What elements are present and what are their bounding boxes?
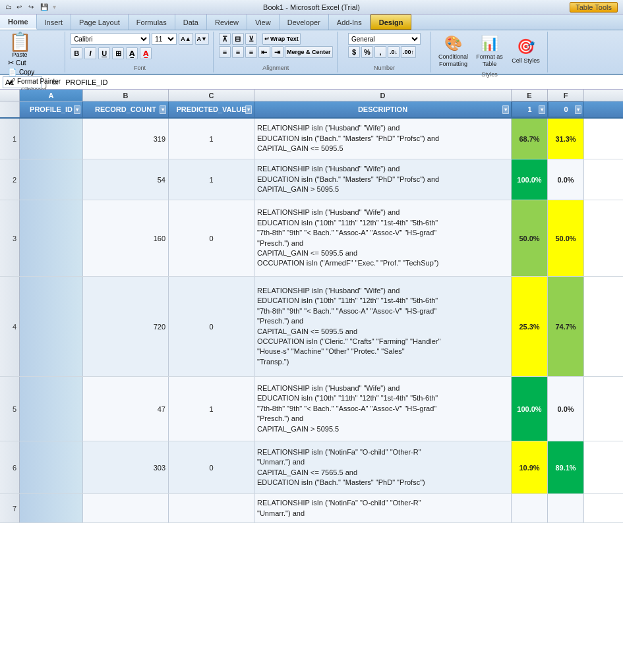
- number-format-select[interactable]: General: [348, 33, 421, 45]
- e-filter-icon[interactable]: ▾: [539, 105, 545, 114]
- tab-insert[interactable]: Insert: [37, 14, 72, 30]
- wrap-text-button[interactable]: ↵ Wrap Text: [262, 33, 301, 45]
- tab-data[interactable]: Data: [175, 14, 207, 30]
- predicted-value-cell[interactable]: 1: [169, 159, 254, 200]
- align-middle-button[interactable]: ⊟: [232, 33, 244, 45]
- conditional-formatting-button[interactable]: 🎨 Conditional Formatting: [436, 33, 471, 70]
- tab-review[interactable]: Review: [207, 14, 247, 30]
- paste-button[interactable]: 📋 Paste: [7, 33, 33, 58]
- undo-button[interactable]: ↩: [15, 3, 24, 11]
- decrease-decimal-button[interactable]: .0↓: [388, 46, 400, 58]
- f-value-cell[interactable]: 50.0%: [548, 200, 584, 276]
- merge-center-button[interactable]: Merge & Center: [285, 46, 333, 58]
- decrease-font-button[interactable]: A▼: [195, 33, 209, 45]
- description-cell[interactable]: RELATIONSHIP isIn ("Husband" "Wife") and…: [254, 159, 512, 200]
- f-filter-icon[interactable]: ▾: [575, 105, 581, 114]
- tab-home[interactable]: Home: [0, 14, 37, 30]
- record-count-cell[interactable]: 160: [83, 200, 169, 276]
- increase-decimal-button[interactable]: .00↑: [401, 46, 416, 58]
- predicted-value-cell[interactable]: 1: [169, 377, 254, 441]
- record-count-cell[interactable]: 47: [83, 377, 169, 441]
- increase-indent-button[interactable]: ⇥: [272, 46, 283, 58]
- col-header-b[interactable]: B: [83, 90, 169, 101]
- header-cell-record-count[interactable]: RECORD_COUNT ▾: [83, 101, 169, 117]
- record-count-cell[interactable]: 303: [83, 441, 169, 493]
- predicted-value-cell[interactable]: 0: [169, 277, 254, 376]
- e-value-cell[interactable]: 50.0%: [512, 200, 548, 276]
- format-painter-button[interactable]: 🖌 Format Painter: [8, 77, 61, 85]
- predicted-value-cell[interactable]: 1: [169, 119, 254, 159]
- col-header-c[interactable]: C: [169, 90, 254, 101]
- description-cell[interactable]: RELATIONSHIP isIn ("Husband" "Wife") and…: [254, 377, 512, 441]
- underline-button[interactable]: U: [98, 47, 110, 59]
- tab-developer[interactable]: Developer: [280, 14, 329, 30]
- tab-view[interactable]: View: [247, 14, 280, 30]
- profile-id-cell[interactable]: [20, 277, 83, 376]
- e-value-cell[interactable]: 100.0%: [512, 159, 548, 200]
- tab-formulas[interactable]: Formulas: [129, 14, 175, 30]
- predicted-value-cell[interactable]: [169, 494, 254, 522]
- header-cell-predicted-value[interactable]: PREDICTED_VALUE ▾: [169, 101, 254, 117]
- bold-button[interactable]: B: [71, 47, 82, 59]
- header-cell-e[interactable]: 1 ▾: [512, 101, 548, 117]
- description-cell[interactable]: RELATIONSHIP isIn ("NotinFa" "O-child" "…: [254, 441, 512, 493]
- decrease-indent-button[interactable]: ⇤: [258, 46, 270, 58]
- copy-button[interactable]: 📄 Copy: [8, 68, 61, 76]
- align-left-button[interactable]: ≡: [219, 46, 231, 58]
- description-cell[interactable]: RELATIONSHIP isIn ("Husband" "Wife") and…: [254, 277, 512, 376]
- profile-id-cell[interactable]: [20, 159, 83, 200]
- f-value-cell[interactable]: 0.0%: [548, 159, 584, 200]
- font-color-button[interactable]: A̲: [140, 47, 152, 59]
- italic-button[interactable]: I: [84, 47, 96, 59]
- e-value-cell[interactable]: [512, 494, 548, 522]
- profile-id-cell[interactable]: [20, 441, 83, 493]
- description-cell[interactable]: RELATIONSHIP isIn ("Husband" "Wife") and…: [254, 119, 512, 159]
- increase-font-button[interactable]: A▲: [179, 33, 193, 45]
- record-count-cell[interactable]: 720: [83, 277, 169, 376]
- predicted-value-cell[interactable]: 0: [169, 441, 254, 493]
- profile-id-cell[interactable]: [20, 200, 83, 276]
- description-cell[interactable]: RELATIONSHIP isIn ("NotinFa" "O-child" "…: [254, 494, 512, 522]
- align-top-button[interactable]: ⊼: [219, 33, 231, 45]
- percent-button[interactable]: %: [361, 46, 373, 58]
- header-cell-profile-id[interactable]: PROFILE_ID ▾: [20, 101, 83, 117]
- save-button[interactable]: 💾: [38, 3, 50, 11]
- record-count-cell[interactable]: 319: [83, 119, 169, 159]
- predicted-value-cell[interactable]: 0: [169, 200, 254, 276]
- e-value-cell[interactable]: 10.9%: [512, 441, 548, 493]
- col-header-f[interactable]: F: [548, 90, 584, 101]
- predicted-value-filter-icon[interactable]: ▾: [245, 105, 252, 114]
- col-header-d[interactable]: D: [254, 90, 512, 101]
- col-header-e[interactable]: E: [512, 90, 548, 101]
- format-as-table-button[interactable]: 📊 Format as Table: [473, 33, 507, 70]
- record-count-filter-icon[interactable]: ▾: [160, 105, 166, 114]
- col-header-a[interactable]: A: [20, 90, 83, 101]
- font-name-select[interactable]: Calibri: [71, 33, 150, 45]
- redo-button[interactable]: ↪: [26, 3, 36, 11]
- record-count-cell[interactable]: 54: [83, 159, 169, 200]
- cell-styles-button[interactable]: 🎯 Cell Styles: [509, 33, 543, 70]
- align-center-button[interactable]: ≡: [232, 46, 244, 58]
- font-size-select[interactable]: 11: [152, 33, 177, 45]
- description-filter-icon[interactable]: ▾: [502, 105, 509, 114]
- align-right-button[interactable]: ≡: [245, 46, 257, 58]
- e-value-cell[interactable]: 68.7%: [512, 119, 548, 159]
- record-count-cell[interactable]: [83, 494, 169, 522]
- f-value-cell[interactable]: 31.3%: [548, 119, 584, 159]
- tab-add-ins[interactable]: Add-Ins: [329, 14, 371, 30]
- comma-button[interactable]: ,: [374, 46, 386, 58]
- e-value-cell[interactable]: 25.3%: [512, 277, 548, 376]
- profile-id-cell[interactable]: [20, 119, 83, 159]
- header-cell-f[interactable]: 0 ▾: [548, 101, 584, 117]
- cut-button[interactable]: ✂ Cut: [8, 59, 61, 67]
- e-value-cell[interactable]: 100.0%: [512, 377, 548, 441]
- profile-id-cell[interactable]: [20, 377, 83, 441]
- profile-id-cell[interactable]: [20, 494, 83, 522]
- profile-id-filter-icon[interactable]: ▾: [74, 105, 80, 114]
- f-value-cell[interactable]: 89.1%: [548, 441, 584, 493]
- formula-input[interactable]: [63, 76, 620, 88]
- fill-color-button[interactable]: A̲: [126, 47, 138, 59]
- borders-button[interactable]: ⊞: [112, 47, 124, 59]
- f-value-cell[interactable]: 0.0%: [548, 377, 584, 441]
- tab-design[interactable]: Design: [371, 14, 412, 30]
